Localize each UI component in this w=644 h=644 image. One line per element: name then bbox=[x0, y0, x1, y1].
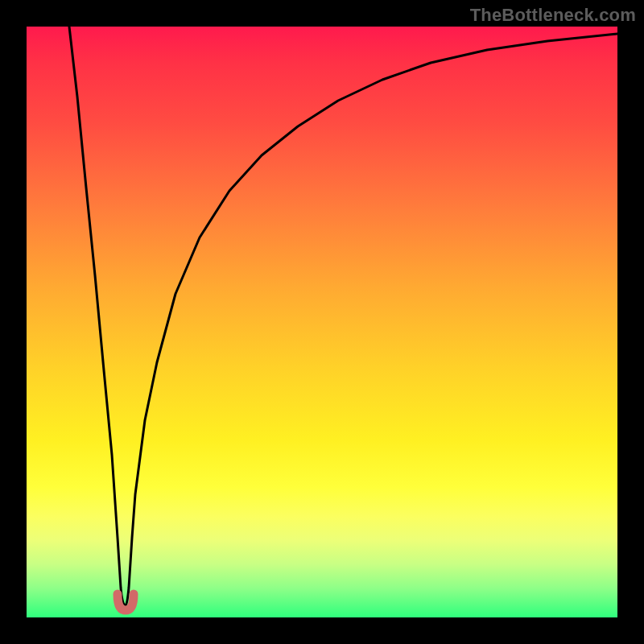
curve-layer bbox=[0, 0, 644, 644]
bottleneck-curve bbox=[69, 27, 617, 605]
chart-frame: TheBottleneck.com bbox=[0, 0, 644, 644]
min-marker bbox=[118, 594, 134, 610]
